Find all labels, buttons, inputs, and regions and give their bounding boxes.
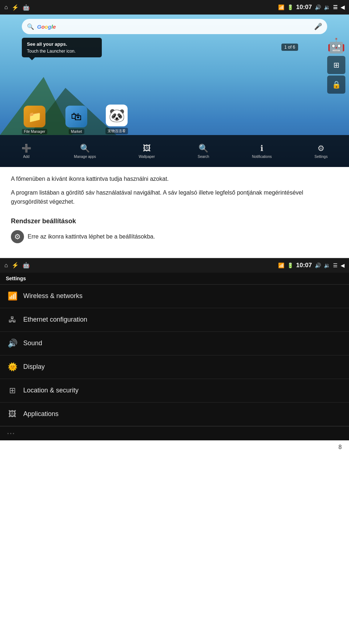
vol-up-icon-2: 🔊 <box>315 262 321 268</box>
settings-item-applications[interactable]: 🖼 Applications <box>0 403 349 426</box>
panda-label: 宠物连连看 <box>105 128 128 134</box>
home-icon: ⌂ <box>4 4 8 11</box>
vol-down-icon: 🔉 <box>324 4 330 10</box>
signal-icon: 📶 <box>278 4 284 10</box>
settings-list: 📶 Wireless & networks 🖧 Ethernet configu… <box>0 285 349 440</box>
settings-item-sound[interactable]: 🔊 Sound <box>0 332 349 355</box>
sound-label: Sound <box>23 339 42 347</box>
app-icons-row: 📁 File Manager 🛍 Market 🐼 宠物连连看 <box>22 105 128 134</box>
display-label: Display <box>23 363 45 371</box>
status-bar: ⌂ ⚡ 🤖 📶 🔋 10:07 🔊 🔉 ☰ ◀ <box>0 0 349 15</box>
dock-wallpaper[interactable]: 🖼 Wallpaper <box>139 144 155 159</box>
tooltip-subtitle: Touch the Launcher icon. <box>27 48 97 54</box>
home-icon-2: ⌂ <box>4 262 8 269</box>
search-dock-icon: 🔍 <box>198 144 208 153</box>
page-number-value: 8 <box>338 444 342 450</box>
settings-item-display[interactable]: 🌞 Display <box>0 355 349 379</box>
dock-manage-label: Manage apps <box>74 155 96 159</box>
settings-gear-icon: ⚙ <box>11 230 24 243</box>
google-logo: Google <box>37 24 56 30</box>
wireless-label: Wireless & networks <box>23 292 83 300</box>
dock-settings[interactable]: ⚙ Settings <box>314 144 328 159</box>
sound-icon: 🔊 <box>7 338 17 349</box>
settings-screen: ⌂ ⚡ 🤖 📶 🔋 10:07 🔊 🔉 ☰ ◀ Settings 📶 Wirel… <box>0 258 349 440</box>
search-icon-small: 🔍 <box>27 23 34 30</box>
dock-bar: ➕ Add 🔍 Manage apps 🖼 Wallpaper 🔍 Search… <box>0 135 349 167</box>
scroll-dots: • • • <box>0 426 349 440</box>
settings-desc: Erre az ikonra kattintva léphet be a beá… <box>28 232 155 241</box>
dock-settings-label: Settings <box>314 155 328 159</box>
file-manager-icon: 📁 <box>24 106 45 127</box>
tooltip-title: See all your apps. <box>27 41 97 48</box>
panda-icon: 🐼 <box>106 105 128 126</box>
status-bar-left-icons: ⌂ ⚡ 🤖 <box>4 4 30 11</box>
settings-item-wireless[interactable]: 📶 Wireless & networks <box>0 285 349 308</box>
dock-manage-apps[interactable]: 🔍 Manage apps <box>74 144 96 159</box>
battery-icon-2: 🔋 <box>287 262 293 268</box>
menu-icon-2: ☰ <box>333 262 338 268</box>
back-icon: ◀ <box>341 4 345 10</box>
status-time: 10:07 <box>296 4 312 11</box>
battery-icon: 🔋 <box>287 4 293 10</box>
wifi-icon: 📶 <box>7 291 17 301</box>
android-icon: 🤖 <box>23 4 30 11</box>
settings-item-location[interactable]: ⊞ Location & security <box>0 379 349 403</box>
lock-icon[interactable]: 🔒 <box>327 76 345 94</box>
location-icon: ⊞ <box>7 386 17 396</box>
page-number: 8 <box>0 440 349 454</box>
android-robot-icon: 🤖 <box>327 36 345 54</box>
dock-notifications[interactable]: ℹ Notifications <box>252 144 272 159</box>
status-time-2: 10:07 <box>296 262 312 269</box>
android-home-screen: 🔍 Google 🎤 See all your apps. Touch the … <box>0 15 349 167</box>
tooltip-bubble: See all your apps. Touch the Launcher ic… <box>22 38 102 57</box>
add-dock-icon: ➕ <box>21 144 31 153</box>
notifications-icon: ℹ <box>260 144 263 153</box>
menu-icon: ☰ <box>333 4 338 10</box>
status-bar-right-icons: 📶 🔋 10:07 🔊 🔉 ☰ ◀ <box>278 4 345 11</box>
dock-search[interactable]: 🔍 Search <box>198 144 209 159</box>
applications-label: Applications <box>23 410 59 418</box>
dock-notifications-label: Notifications <box>252 155 272 159</box>
dock-add[interactable]: ➕ Add <box>21 144 31 159</box>
settings-dock-icon: ⚙ <box>317 144 325 153</box>
market-label: Market <box>69 129 84 134</box>
location-label: Location & security <box>23 387 79 394</box>
settings-icon-row: ⚙ Erre az ikonra kattintva léphet be a b… <box>11 230 155 243</box>
dock-wallpaper-label: Wallpaper <box>139 155 155 159</box>
manage-apps-icon: 🔍 <box>80 144 90 153</box>
status-bar-2-left: ⌂ ⚡ 🤖 <box>4 262 30 269</box>
dock-add-label: Add <box>23 155 29 159</box>
dock-search-label: Search <box>198 155 209 159</box>
section-title: Rendszer beállítások <box>11 217 338 225</box>
apps-icon: 🖼 <box>7 409 17 419</box>
android-icon-2: 🤖 <box>23 262 30 269</box>
wallpaper-icon: 🖼 <box>143 144 151 153</box>
app-icon-market[interactable]: 🛍 Market <box>65 106 87 134</box>
usb-icon: ⚡ <box>12 4 19 11</box>
page-indicator: 1 of 6 <box>281 44 298 51</box>
content-area: A főmenüben a kívánt ikonra kattintva tu… <box>0 167 349 254</box>
settings-header: Settings <box>0 273 349 285</box>
app-icon-file-manager[interactable]: 📁 File Manager <box>22 106 47 134</box>
dots-indicator: • • • <box>7 431 14 436</box>
status-bar-2: ⌂ ⚡ 🤖 📶 🔋 10:07 🔊 🔉 ☰ ◀ <box>0 258 349 273</box>
vol-up-icon: 🔊 <box>315 4 321 10</box>
usb-icon-2: ⚡ <box>12 262 19 269</box>
back-icon-2: ◀ <box>341 262 345 268</box>
grid-apps-icon[interactable]: ⊞ <box>327 56 345 74</box>
content-para1: A főmenüben a kívánt ikonra kattintva tu… <box>11 174 338 184</box>
signal-icon-2: 📶 <box>278 262 284 268</box>
status-bar-2-right: 📶 🔋 10:07 🔊 🔉 ☰ ◀ <box>278 262 345 269</box>
google-search-bar[interactable]: 🔍 Google 🎤 <box>22 19 327 34</box>
market-icon: 🛍 <box>65 106 87 127</box>
settings-item-ethernet[interactable]: 🖧 Ethernet configuration <box>0 308 349 332</box>
display-icon: 🌞 <box>7 362 17 372</box>
vol-down-icon-2: 🔉 <box>324 262 330 268</box>
ethernet-label: Ethernet configuration <box>23 316 87 323</box>
content-para2: A program listában a gördítő sáv használ… <box>11 188 338 207</box>
file-manager-label: File Manager <box>22 129 47 134</box>
ethernet-icon: 🖧 <box>7 315 17 325</box>
app-icon-panda[interactable]: 🐼 宠物连连看 <box>105 105 128 134</box>
mic-icon[interactable]: 🎤 <box>314 23 322 30</box>
settings-header-label: Settings <box>6 276 26 281</box>
